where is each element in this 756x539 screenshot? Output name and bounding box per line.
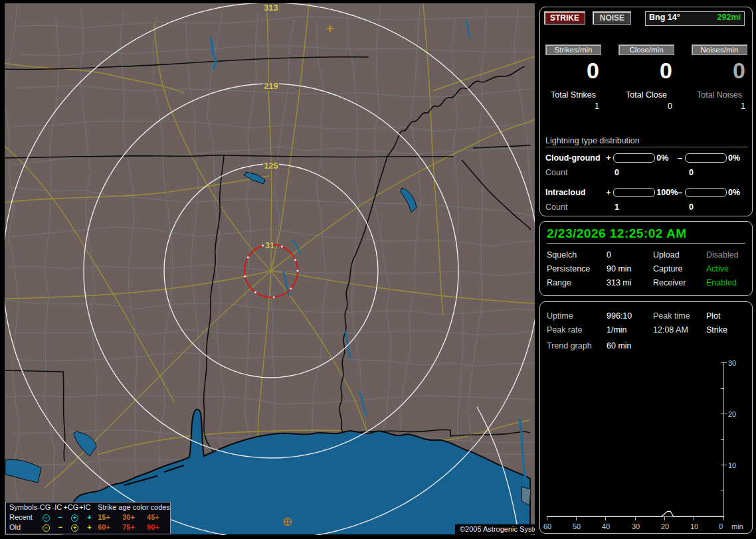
count-label: Count xyxy=(545,168,614,177)
neg-cg-recent-icon: − xyxy=(43,514,50,522)
persistence-label: Persistence xyxy=(547,264,607,273)
cloud-ground-row: Cloud-ground + 0% – 0% xyxy=(545,153,748,163)
map-legend: Symbols -CG -IC +CG +IC Strike age color… xyxy=(5,502,171,534)
pos-cg-old-icon: + xyxy=(71,524,78,532)
strike-mode-button[interactable]: STRIKE xyxy=(544,11,585,25)
svg-text:30: 30 xyxy=(728,359,736,367)
svg-text:60: 60 xyxy=(543,522,551,530)
ring-label-close: 31 xyxy=(265,241,274,250)
svg-text:10: 10 xyxy=(690,522,698,530)
upload-label: Upload xyxy=(653,250,706,260)
neg-ic-old-icon: − xyxy=(53,522,68,532)
pos-ic-recent-icon: + xyxy=(82,512,97,522)
bearing-distance: 292mi xyxy=(717,13,741,25)
legend-col-pos-cg: +CG xyxy=(63,502,78,512)
capture-label: Capture xyxy=(653,264,706,273)
bearing-value: Bng 14° xyxy=(649,13,680,25)
count-label: Count xyxy=(545,202,614,212)
stats-row-peak-rate: Peak rate 1/min 12:08 AM Strike xyxy=(547,325,745,335)
cg-minus-bar xyxy=(685,153,727,163)
distribution-title: Lightning type distribution xyxy=(545,136,748,147)
range-label: Range xyxy=(547,278,607,287)
status-row-persistence: Persistence 90 min Capture Active xyxy=(547,264,745,273)
uptime-value: 996:10 xyxy=(607,311,653,321)
intracloud-label: Intracloud xyxy=(545,188,605,197)
intracloud-row: Intracloud + 100% – 0% xyxy=(545,188,748,197)
range-value: 313 mi xyxy=(607,278,653,287)
persistence-value: 90 min xyxy=(607,264,653,273)
ring-label-middle: 219 xyxy=(264,81,278,91)
app-window: 313 219 125 31 Symbols -CG -IC +CG +IC S… xyxy=(0,0,756,539)
trend-y-tick-labels: 30 20 10 xyxy=(728,359,736,469)
noises-per-min-button[interactable]: Noises/min xyxy=(692,44,747,55)
rate-counters: Strikes/min 0 Total Strikes 1 Close/min … xyxy=(545,44,750,111)
svg-text:50: 50 xyxy=(573,522,581,530)
ic-plus-count: 1 xyxy=(614,202,689,212)
intracloud-count-row: Count 1 0 xyxy=(545,202,748,212)
total-strikes-label: Total Strikes xyxy=(545,90,601,100)
cg-plus-bar xyxy=(613,153,655,163)
lightning-map[interactable]: 313 219 125 31 Symbols -CG -IC +CG +IC S… xyxy=(5,3,535,535)
trend-graph: 30 20 10 60 50 40 30 20 10 0 min xyxy=(540,359,752,533)
total-close-value: 0 xyxy=(618,102,674,111)
trend-x-tick-labels: 60 50 40 30 20 10 0 min xyxy=(543,522,743,530)
ic-minus-count: 0 xyxy=(689,202,694,212)
age-60: 60+ xyxy=(96,522,121,532)
pos-cg-recent-icon: + xyxy=(71,514,78,522)
peak-rate-label: Peak rate xyxy=(547,325,607,335)
receiver-label: Receiver xyxy=(653,278,706,287)
stats-rows: Uptime 996:10 Peak time Plot Peak rate 1… xyxy=(547,311,745,350)
total-close-label: Total Close xyxy=(618,90,674,100)
clock-readout: 2/23/2026 12:25:02 AM xyxy=(547,226,745,244)
status-panel: 2/23/2026 12:25:02 AM Squelch 0 Upload D… xyxy=(539,221,753,296)
neg-ic-recent-icon: − xyxy=(53,512,68,522)
svg-text:0: 0 xyxy=(719,522,723,530)
trend-window-value: 60 min xyxy=(607,341,653,350)
plot-label: Plot xyxy=(706,311,721,321)
legend-recent-row: Recent − − + + 15+ 30+ 45+ xyxy=(6,512,170,522)
trend-graph-label: Trend graph xyxy=(547,341,607,350)
trend-x-axis-unit: min xyxy=(731,522,743,530)
neg-cg-old-icon: − xyxy=(43,524,50,532)
cg-plus-pct: 0% xyxy=(656,153,676,163)
legend-col-pos-ic: +IC xyxy=(78,502,91,512)
peak-time-label: Peak time xyxy=(653,311,706,321)
svg-text:30: 30 xyxy=(632,522,640,530)
svg-text:40: 40 xyxy=(602,522,610,530)
old-positive-cg-strike-marker xyxy=(284,518,292,526)
ic-plus-bar xyxy=(613,188,655,197)
age-75: 75+ xyxy=(121,522,145,532)
upload-value: Disabled xyxy=(706,250,739,260)
age-15: 15+ xyxy=(96,512,121,522)
ic-plus-pct: 100% xyxy=(656,188,676,197)
legend-recent-label: Recent xyxy=(9,512,39,522)
pos-ic-old-icon: + xyxy=(82,522,97,532)
legend-col-neg-cg: -CG xyxy=(37,502,50,512)
strikes-per-min-button[interactable]: Strikes/min xyxy=(545,44,601,55)
plus-sign: + xyxy=(605,153,613,163)
legend-symbols-header: Symbols xyxy=(9,502,37,512)
status-rows: Squelch 0 Upload Disabled Persistence 90… xyxy=(547,250,745,287)
stats-trend-panel: Uptime 996:10 Peak time Plot Peak rate 1… xyxy=(539,301,753,534)
noise-mode-button[interactable]: NOISE xyxy=(593,11,631,25)
mode-button-row: STRIKE NOISE Bng 14° 292mi xyxy=(544,11,749,26)
map-canvas: 313 219 125 31 xyxy=(5,3,535,535)
legend-old-row: Old − − + + 60+ 75+ 90+ xyxy=(6,522,170,532)
strikes-per-min-value: 0 xyxy=(545,56,601,84)
noises-counter-column: Noises/min 0 Total Noises 1 xyxy=(692,44,747,111)
legend-age-title: Strike age color codes xyxy=(91,502,170,512)
ic-minus-pct: 0% xyxy=(728,188,748,197)
minus-sign: – xyxy=(676,188,684,197)
cloud-ground-label: Cloud-ground xyxy=(545,153,605,163)
receiver-value: Enabled xyxy=(706,278,737,287)
close-counter-column: Close/min 0 Total Close 0 xyxy=(618,44,674,111)
close-per-min-value: 0 xyxy=(618,56,674,84)
minus-sign: – xyxy=(676,153,684,163)
copyright-label: ©2005 Astrogenic Systems xyxy=(455,524,535,534)
strike-counters-panel: STRIKE NOISE Bng 14° 292mi Strikes/min 0… xyxy=(539,7,753,216)
total-noises-label: Total Noises xyxy=(692,90,747,100)
squelch-label: Squelch xyxy=(547,250,607,260)
total-strikes-value: 1 xyxy=(545,102,601,111)
close-per-min-button[interactable]: Close/min xyxy=(618,44,674,55)
plus-sign: + xyxy=(605,188,613,197)
